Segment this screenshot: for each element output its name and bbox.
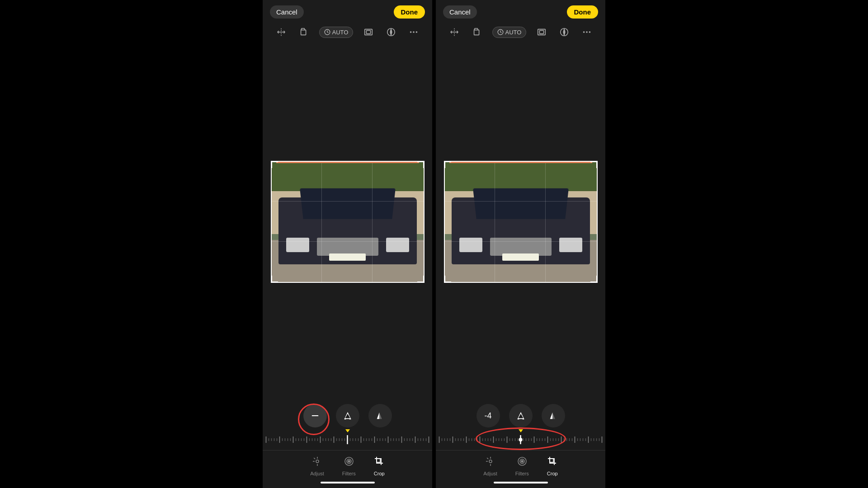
- left-straighten-button[interactable]: [336, 404, 359, 427]
- right-crop-label: Crop: [547, 471, 558, 476]
- crop-corner-tl: [271, 161, 278, 168]
- right-auto-button[interactable]: AUTO: [492, 27, 527, 38]
- right-filters-label: Filters: [515, 471, 529, 476]
- left-tab-adjust[interactable]: Adjust: [301, 454, 333, 478]
- svg-marker-94: [564, 29, 566, 36]
- left-adjust-icon: [312, 456, 323, 469]
- left-rotate-button[interactable]: [297, 25, 311, 39]
- svg-marker-15: [377, 413, 379, 419]
- left-ruler-svg: [263, 433, 432, 446]
- svg-line-170: [487, 458, 488, 459]
- svg-marker-103: [552, 413, 555, 419]
- crop-frame: [271, 161, 425, 283]
- right-straighten-button[interactable]: [509, 404, 533, 427]
- left-aspect-button[interactable]: [361, 25, 376, 39]
- left-image-area: [263, 44, 432, 399]
- svg-rect-175: [550, 459, 553, 462]
- right-adjust-label: Adjust: [483, 471, 497, 476]
- left-ruler-indicator: [345, 429, 350, 432]
- left-auto-button[interactable]: AUTO: [319, 27, 354, 38]
- svg-point-167: [489, 460, 492, 463]
- right-cancel-button[interactable]: Cancel: [443, 5, 477, 19]
- svg-rect-89: [474, 30, 479, 35]
- right-crop-frame: [444, 161, 598, 283]
- left-flip-horizontal-button[interactable]: [274, 25, 288, 39]
- left-minus-button[interactable]: [303, 404, 327, 427]
- svg-rect-92: [540, 30, 544, 33]
- right-aspect-button[interactable]: [534, 25, 549, 39]
- svg-rect-4: [367, 30, 371, 33]
- right-flip-horizontal-button[interactable]: [447, 25, 462, 39]
- left-crop-label: Crop: [374, 471, 385, 476]
- right-crop-corner-tl: [444, 161, 451, 168]
- right-done-button[interactable]: Done: [567, 5, 599, 19]
- svg-point-95: [583, 31, 585, 33]
- left-bottom-controls: Adjust Filters: [263, 399, 432, 488]
- right-tab-crop[interactable]: Crop: [538, 454, 567, 478]
- right-ruler-svg: [436, 433, 605, 446]
- right-crop-corner-tr: [590, 161, 598, 168]
- right-image-area: [436, 44, 605, 399]
- svg-point-9: [416, 31, 418, 33]
- right-adjust-icon: [485, 456, 496, 469]
- right-crop-icon: [547, 456, 558, 469]
- right-tab-adjust[interactable]: Adjust: [474, 454, 506, 478]
- svg-point-97: [589, 31, 591, 33]
- right-value-button[interactable]: -4: [476, 404, 500, 427]
- svg-rect-87: [377, 459, 380, 462]
- right-ruler-container[interactable]: [436, 431, 605, 450]
- crop-corner-br: [417, 276, 425, 283]
- svg-point-79: [316, 460, 319, 463]
- right-phone-panel: Cancel Done AUTO: [436, 0, 605, 488]
- left-adjust-label: Adjust: [310, 471, 324, 476]
- right-tab-filters[interactable]: Filters: [506, 454, 538, 478]
- left-toolbar: AUTO: [263, 22, 432, 44]
- left-phone-panel: Cancel Done AUTO: [263, 0, 432, 488]
- svg-rect-3: [365, 29, 373, 35]
- right-photo-container: [444, 161, 598, 283]
- right-rotation-tools: -4: [436, 399, 605, 431]
- svg-rect-91: [538, 29, 546, 35]
- right-more-button[interactable]: [580, 25, 594, 39]
- left-flip-button[interactable]: [368, 404, 392, 427]
- left-bottom-indicator: [321, 482, 375, 483]
- svg-point-7: [410, 31, 412, 33]
- svg-marker-16: [379, 413, 382, 419]
- left-crop-icon: [374, 456, 385, 469]
- right-tab-bar: Adjust Filters: [436, 450, 605, 480]
- svg-point-96: [586, 31, 588, 33]
- svg-point-86: [348, 460, 350, 462]
- left-tab-filters[interactable]: Filters: [333, 454, 365, 478]
- svg-line-82: [314, 458, 315, 459]
- right-orange-top-accent: [449, 162, 592, 163]
- svg-marker-6: [391, 29, 392, 36]
- orange-top-accent: [276, 162, 419, 163]
- svg-point-8: [413, 31, 415, 33]
- right-flip-button[interactable]: [542, 404, 565, 427]
- crop-corner-tr: [417, 161, 425, 168]
- left-rotation-tools: [263, 399, 432, 431]
- right-crop-corner-bl: [444, 276, 451, 283]
- right-crop-corner-br: [590, 276, 598, 283]
- right-rotate-button[interactable]: [470, 25, 484, 39]
- left-compass-button[interactable]: [384, 25, 398, 39]
- left-tab-bar: Adjust Filters: [263, 450, 432, 480]
- left-filters-label: Filters: [342, 471, 356, 476]
- svg-point-174: [521, 460, 523, 462]
- svg-marker-102: [550, 413, 552, 419]
- right-compass-button[interactable]: [557, 25, 571, 39]
- left-header: Cancel Done: [263, 0, 432, 22]
- right-header: Cancel Done: [436, 0, 605, 22]
- right-bottom-indicator: [494, 482, 548, 483]
- svg-point-166: [519, 438, 523, 441]
- left-photo-container: [271, 161, 425, 283]
- left-ruler[interactable]: [263, 431, 432, 450]
- right-bottom-controls: -4: [436, 399, 605, 488]
- left-cancel-button[interactable]: Cancel: [270, 5, 304, 19]
- left-done-button[interactable]: Done: [394, 5, 425, 19]
- right-toolbar: AUTO: [436, 22, 605, 44]
- left-tab-crop[interactable]: Crop: [365, 454, 394, 478]
- right-filters-icon: [517, 456, 528, 469]
- right-ruler-indicator: [519, 429, 523, 432]
- left-more-button[interactable]: [406, 25, 421, 39]
